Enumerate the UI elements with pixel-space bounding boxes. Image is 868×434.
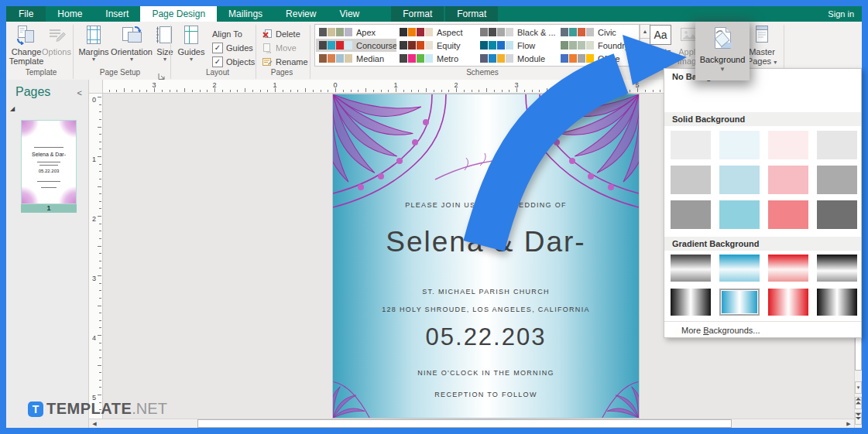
- pages-panel-title: Pages: [15, 85, 50, 99]
- lace-ornament-top-left: [333, 94, 449, 210]
- delete-icon: [262, 29, 273, 39]
- ruler-corner-box: [89, 80, 103, 94]
- gradient-background-swatch[interactable]: [671, 255, 711, 282]
- tab-insert[interactable]: Insert: [94, 6, 140, 22]
- tab-format[interactable]: Format: [445, 6, 498, 22]
- background-icon: [711, 26, 734, 53]
- gradient-background-swatch[interactable]: [817, 289, 857, 316]
- solid-background-swatch[interactable]: [768, 200, 808, 229]
- page-number-badge[interactable]: 1: [21, 204, 77, 213]
- solid-background-swatch[interactable]: [671, 131, 711, 159]
- next-page-button[interactable]: [855, 412, 862, 425]
- gradient-background-swatch[interactable]: [768, 255, 808, 282]
- thumb-date-text: 05.22.203: [22, 169, 76, 173]
- options-button[interactable]: Options: [43, 24, 70, 56]
- scheme-aspect[interactable]: Aspect: [396, 26, 477, 39]
- checkbox-checked-icon: ✓: [212, 43, 223, 53]
- rename-page-button[interactable]: Rename: [262, 56, 308, 68]
- scheme-color-chips: [561, 54, 594, 63]
- orientation-button[interactable]: Orientation ▾: [112, 24, 152, 62]
- invitation-names[interactable]: Selena & Dar-: [333, 226, 639, 258]
- scheme-metro[interactable]: Metro: [396, 52, 477, 65]
- tab-format[interactable]: Format: [391, 6, 444, 22]
- options-label: Options: [42, 47, 71, 56]
- solid-background-swatch[interactable]: [768, 166, 808, 194]
- margins-icon: [84, 24, 103, 46]
- invitation-date[interactable]: 05.22.203: [333, 323, 639, 351]
- layout-group-label: Layout: [175, 68, 260, 80]
- invitation-address-line[interactable]: 128 HOLY SHROUDE, LOS ANGELES, CALIFORNI…: [333, 306, 639, 313]
- tab-mailings[interactable]: Mailings: [217, 6, 274, 22]
- guides-button[interactable]: Guides ▾: [177, 24, 206, 62]
- scheme-name: Equity: [437, 41, 461, 50]
- page-1-thumbnail[interactable]: Selena & Dar- 05.22.203: [21, 120, 77, 204]
- panel-expand-icon[interactable]: ◢: [10, 105, 15, 112]
- scheme-black-[interactable]: Black & ...: [477, 26, 558, 39]
- scheme-color-chips: [561, 41, 594, 50]
- margins-button[interactable]: Margins ▾: [77, 24, 110, 62]
- invitation-time-line[interactable]: NINE O'CLOCK IN THE MORNING: [333, 369, 639, 377]
- gradient-background-swatch[interactable]: [768, 289, 808, 316]
- tab-view[interactable]: View: [328, 6, 371, 22]
- align-objects-checkbox[interactable]: ✓ Objects: [212, 56, 255, 68]
- scroll-left-button[interactable]: ◀: [89, 419, 100, 428]
- delete-page-button[interactable]: Delete: [262, 28, 300, 40]
- solid-background-swatch[interactable]: [768, 131, 808, 159]
- scroll-down-button[interactable]: ▼: [855, 381, 862, 394]
- gradient-background-swatch-selected[interactable]: [719, 289, 760, 316]
- solid-background-swatch[interactable]: [817, 200, 857, 229]
- flower-sprig-graphic: [434, 147, 538, 182]
- scroll-right-button[interactable]: ▶: [843, 419, 854, 428]
- sign-in-link[interactable]: Sign in: [820, 6, 862, 22]
- collapse-panel-icon[interactable]: <: [77, 88, 82, 97]
- scheme-foundry[interactable]: Foundry: [558, 39, 638, 52]
- lace-ornament-top-right: [523, 94, 639, 210]
- solid-background-swatch[interactable]: [817, 131, 857, 159]
- scheme-office[interactable]: Office: [558, 52, 638, 65]
- scheme-concourse[interactable]: Concourse: [316, 39, 396, 52]
- scheme-apex[interactable]: Apex: [316, 26, 396, 39]
- solid-background-swatch[interactable]: [719, 166, 760, 194]
- gradient-background-swatch[interactable]: [671, 289, 711, 316]
- more-backgrounds-menu-item[interactable]: More Backgrounds...: [681, 326, 760, 335]
- size-button[interactable]: Size ▾: [153, 24, 177, 62]
- scheme-equity[interactable]: Equity: [396, 39, 477, 52]
- publication-page[interactable]: PLEASE JOIN US AT THE WEDDING OF Selena …: [333, 94, 639, 418]
- change-template-button[interactable]: Change Template: [11, 24, 42, 66]
- scheme-name: Aspect: [437, 28, 463, 37]
- solid-background-swatch[interactable]: [671, 166, 711, 194]
- align-guides-checkbox[interactable]: ✓ Guides: [212, 42, 253, 54]
- fonts-button[interactable]: Aa Fonts ▾: [647, 24, 674, 62]
- move-icon: [262, 43, 273, 53]
- invitation-intro-line[interactable]: PLEASE JOIN US AT THE WEDDING OF: [333, 201, 639, 209]
- background-button[interactable]: Background ▼: [695, 22, 750, 80]
- vertical-ruler[interactable]: 012345: [89, 94, 103, 419]
- move-page-button[interactable]: Move: [262, 42, 297, 54]
- solid-background-swatch[interactable]: [817, 166, 857, 194]
- previous-page-button[interactable]: [855, 397, 862, 409]
- gradient-background-swatch[interactable]: [817, 255, 857, 282]
- tab-review[interactable]: Review: [274, 6, 328, 22]
- invitation-reception-line[interactable]: RECEPTION TO FOLLOW: [333, 391, 639, 398]
- solid-background-swatch[interactable]: [719, 200, 760, 229]
- rename-icon: [262, 56, 273, 67]
- horizontal-scrollbar[interactable]: ◀ ▶: [89, 419, 854, 428]
- scheme-median[interactable]: Median: [316, 52, 396, 65]
- scheme-color-chips: [480, 41, 513, 50]
- gradient-background-swatch[interactable]: [719, 255, 760, 282]
- color-schemes-gallery: ApexAspectBlack & ...CivicConcourseEquit…: [314, 24, 640, 67]
- size-dropdown-arrow: ▾: [163, 56, 166, 62]
- solid-background-swatch[interactable]: [671, 200, 711, 229]
- scheme-civic[interactable]: Civic: [558, 26, 638, 39]
- solid-background-swatch[interactable]: [719, 131, 760, 159]
- scheme-flow[interactable]: Flow: [477, 39, 558, 52]
- horizontal-scroll-thumb[interactable]: [197, 419, 732, 428]
- tab-page-design[interactable]: Page Design: [140, 6, 217, 22]
- scheme-color-chips: [319, 28, 352, 36]
- invitation-church-line[interactable]: ST. MICHAEL PARISH CHURCH: [333, 288, 639, 296]
- tab-home[interactable]: Home: [46, 6, 94, 22]
- tab-file[interactable]: File: [6, 6, 46, 22]
- scheme-module[interactable]: Module: [477, 52, 558, 65]
- scheme-name: Black & ...: [517, 28, 556, 37]
- guides-dropdown-arrow: ▾: [190, 56, 193, 62]
